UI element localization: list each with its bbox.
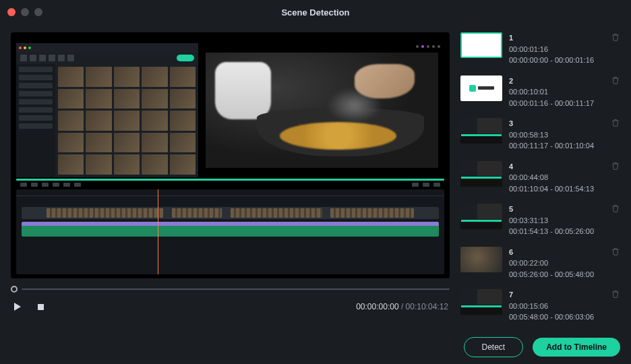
add-to-timeline-button[interactable]: Add to Timeline [533,338,620,357]
scrubber-track[interactable] [22,289,450,290]
scrubber-handle[interactable] [11,286,18,293]
maximize-window-button[interactable] [34,8,42,16]
scene-length: 00:00:44:08 [509,172,604,183]
delete-scene-button[interactable] [611,161,622,172]
scene-info: 100:00:01:1600:00:00:00 - 00:00:01:16 [509,32,604,66]
scene-info: 500:03:31:1300:01:54:13 - 00:05:26:00 [509,204,604,237]
footer: Detect Add to Timeline [0,330,631,364]
preview-panel: 00:00:00:00 / 00:10:04:12 [0,24,455,330]
preview-frame-content [16,43,444,274]
delete-scene-button[interactable] [611,75,622,86]
scene-thumbnail[interactable] [460,118,502,144]
trash-icon [611,118,620,129]
detect-button[interactable]: Detect [464,337,524,357]
scene-range: 00:05:26:00 - 00:05:48:00 [509,269,604,280]
scene-number: 2 [509,75,604,87]
trash-icon [611,247,620,258]
delete-scene-button[interactable] [611,204,622,214]
scene-info: 700:00:15:0600:05:48:00 - 00:06:03:06 [509,289,604,323]
scene-range: 00:00:00:00 - 00:00:01:16 [509,55,604,66]
scene-thumbnail[interactable] [460,289,502,315]
scene-info: 300:00:58:1300:00:11:17 - 00:01:10:04 [509,118,604,152]
scene-number: 1 [509,32,604,44]
scene-info: 600:00:22:0000:05:26:00 - 00:05:48:00 [509,247,604,280]
minimize-window-button[interactable] [21,8,29,16]
scene-number: 4 [509,161,604,173]
scene-info: 200:00:10:0100:00:01:16 - 00:00:11:17 [509,75,604,109]
play-icon [14,303,21,311]
content-area: 00:00:00:00 / 00:10:04:12 100:00:01:1600… [0,24,631,330]
scene-length: 00:00:15:06 [509,301,604,312]
scene-item[interactable]: 100:00:01:1600:00:00:00 - 00:00:01:16 [460,32,622,66]
simulated-preview-monitor [200,43,444,177]
delete-scene-button[interactable] [611,247,622,257]
trash-icon [611,75,620,87]
scene-length: 00:00:10:01 [509,86,604,98]
simulated-timeline [16,189,444,274]
scene-number: 7 [509,289,604,301]
delete-scene-button[interactable] [611,289,622,300]
scene-length: 00:00:58:13 [509,129,604,141]
scene-item[interactable]: 700:00:15:0600:05:48:00 - 00:06:03:06 [460,289,622,323]
scene-thumbnail[interactable] [460,161,502,187]
video-preview[interactable] [11,32,450,278]
scene-item[interactable]: 200:00:10:0100:00:01:16 - 00:00:11:17 [460,75,622,109]
window-title: Scene Detection [281,7,349,18]
play-button[interactable] [12,301,23,312]
timecode-duration: 00:10:04:12 [406,302,448,311]
trash-icon [611,161,620,173]
window-controls [7,8,42,16]
scene-item[interactable]: 300:00:58:1300:00:11:17 - 00:01:10:04 [460,118,622,152]
scene-thumbnail[interactable] [460,32,502,58]
scene-number: 5 [509,204,604,215]
scene-info: 400:00:44:0800:01:10:04 - 00:01:54:13 [509,161,604,195]
scene-length: 00:00:22:00 [509,257,604,269]
scene-range: 00:01:10:04 - 00:01:54:13 [509,183,604,195]
scene-number: 6 [509,247,604,258]
delete-scene-button[interactable] [611,118,622,129]
delete-scene-button[interactable] [611,32,622,43]
stop-icon [38,304,44,310]
timecode-current: 00:00:00:00 [356,302,398,311]
simulated-library-panel [16,43,198,177]
scene-list[interactable]: 100:00:01:1600:00:00:00 - 00:00:01:16200… [455,24,631,330]
scene-item[interactable]: 400:00:44:0800:01:10:04 - 00:01:54:13 [460,161,622,195]
scene-thumbnail[interactable] [460,204,502,229]
scene-length: 00:03:31:13 [509,215,604,226]
stop-button[interactable] [35,301,46,312]
trash-icon [611,289,620,301]
scene-range: 00:05:48:00 - 00:06:03:06 [509,311,604,323]
scene-length: 00:00:01:16 [509,44,604,55]
scene-item[interactable]: 600:00:22:0000:05:26:00 - 00:05:48:00 [460,247,622,280]
transport-bar: 00:00:00:00 / 00:10:04:12 [11,300,450,313]
scrubber[interactable] [11,282,450,296]
scene-item[interactable]: 500:03:31:1300:01:54:13 - 00:05:26:00 [460,204,622,237]
trash-icon [611,32,620,44]
scene-range: 00:01:54:13 - 00:05:26:00 [509,226,604,237]
close-window-button[interactable] [7,8,16,16]
scene-range: 00:00:01:16 - 00:00:11:17 [509,98,604,109]
scene-number: 3 [509,118,604,129]
scene-range: 00:00:11:17 - 00:01:10:04 [509,140,604,152]
timecode: 00:00:00:00 / 00:10:04:12 [356,302,448,311]
titlebar: Scene Detection [0,0,631,24]
trash-icon [611,204,620,215]
scene-thumbnail[interactable] [460,75,502,101]
scene-thumbnail[interactable] [460,247,502,272]
